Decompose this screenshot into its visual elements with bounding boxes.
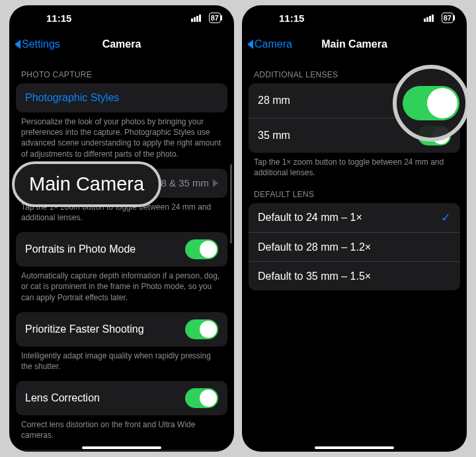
section-header-photo-capture: PHOTO CAPTURE	[9, 58, 234, 83]
row-label: Default to 24 mm – 1×	[258, 212, 441, 224]
row-default-24[interactable]: Default to 24 mm – 1× ✓	[249, 203, 460, 232]
signal-icon	[424, 15, 434, 22]
row-macro: Macro Control	[16, 450, 227, 452]
chevron-right-icon	[213, 179, 218, 187]
signal-icon	[191, 15, 201, 22]
status-bar: 11:15 87	[9, 5, 234, 30]
footer-additional-lenses: Tap the 1× zoom button to toggle between…	[242, 153, 467, 178]
toggle-lens-correction[interactable]	[185, 388, 218, 408]
scroll-indicator	[230, 164, 232, 243]
row-lens-correction: Lens Correction	[16, 381, 227, 415]
row-default-28[interactable]: Default to 28 mm – 1.2×	[249, 232, 460, 261]
row-faster: Prioritize Faster Shooting	[16, 312, 227, 347]
callout-toggle-circle	[393, 65, 467, 142]
home-indicator[interactable]	[315, 446, 394, 449]
group-default-lens: Default to 24 mm – 1× ✓ Default to 28 mm…	[249, 203, 460, 290]
phone-left-camera-settings: 11:15 87 Settings Camera PHOTO CAPTURE P…	[9, 5, 234, 452]
row-default-35[interactable]: Default to 35 mm – 1.5×	[249, 261, 460, 290]
group-macro: Macro Control	[16, 450, 227, 452]
nav-bar: Camera Main Camera	[242, 30, 467, 58]
home-indicator[interactable]	[82, 446, 161, 449]
status-indicators: 87	[191, 13, 223, 24]
group-faster: Prioritize Faster Shooting	[16, 312, 227, 347]
checkmark-icon: ✓	[441, 210, 451, 225]
toggle-portraits[interactable]	[185, 239, 218, 259]
status-time: 11:15	[20, 13, 71, 24]
battery-icon: 87	[442, 13, 454, 23]
row-label: Photographic Styles	[25, 92, 218, 104]
status-indicators: 87	[424, 13, 456, 24]
row-label: Lens Correction	[25, 392, 185, 404]
big-toggle-on-icon	[403, 86, 459, 120]
status-time: 11:15	[253, 13, 304, 24]
section-header-default-lens: DEFAULT LENS	[242, 178, 467, 203]
group-photographic-styles: Photographic Styles	[16, 83, 227, 112]
group-lens-correction: Lens Correction	[16, 381, 227, 415]
row-label: Prioritize Faster Shooting	[25, 323, 185, 335]
footer-portraits: Automatically capture depth information …	[9, 267, 234, 303]
toggle-faster[interactable]	[185, 319, 218, 339]
footer-styles: Personalize the look of your photos by b…	[9, 112, 234, 159]
row-label: 35 mm	[258, 130, 418, 142]
page-title: Main Camera	[242, 38, 467, 50]
row-label: Default to 28 mm – 1.2×	[258, 241, 451, 253]
footer-lens-correction: Correct lens distortion on the front and…	[9, 415, 234, 440]
status-bar: 11:15 87	[242, 5, 467, 30]
nav-bar: Settings Camera	[9, 30, 234, 58]
callout-main-camera-pill: Main Camera	[12, 161, 161, 207]
phone-right-main-camera: 11:15 87 Camera Main Camera ADDITIONAL L…	[242, 5, 467, 452]
group-portraits: Portraits in Photo Mode	[16, 232, 227, 267]
footer-faster: Intelligently adapt image quality when r…	[9, 347, 234, 372]
row-label: Default to 35 mm – 1.5×	[258, 270, 451, 282]
page-title: Camera	[9, 38, 234, 50]
battery-icon: 87	[209, 13, 221, 23]
row-portraits: Portraits in Photo Mode	[16, 232, 227, 267]
content-scroll[interactable]: PHOTO CAPTURE Photographic Styles Person…	[9, 58, 234, 452]
row-photographic-styles[interactable]: Photographic Styles	[16, 83, 227, 112]
row-label: Portraits in Photo Mode	[25, 243, 185, 255]
